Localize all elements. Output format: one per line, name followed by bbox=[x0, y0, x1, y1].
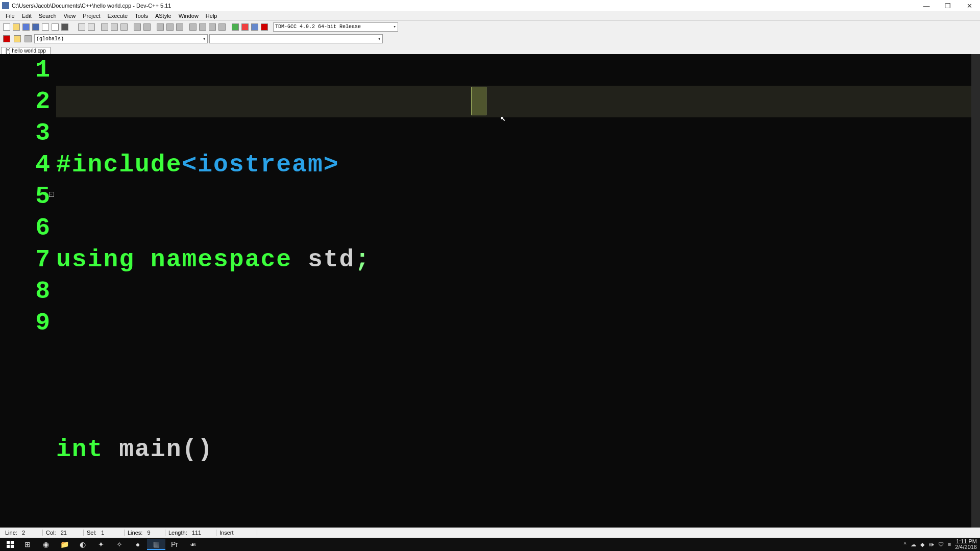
line-number-gutter: 123456789 bbox=[0, 54, 56, 528]
keyword: namespace bbox=[151, 246, 292, 273]
menu-window[interactable]: Window bbox=[175, 13, 202, 19]
menu-execute[interactable]: Execute bbox=[104, 13, 131, 19]
menu-search[interactable]: Search bbox=[35, 13, 60, 19]
compiler-select[interactable]: TDM-GCC 4.9.2 64-bit Release▾ bbox=[273, 22, 398, 32]
tray-icon-2[interactable]: ◆ bbox=[920, 541, 924, 548]
close-all-icon[interactable] bbox=[51, 22, 60, 32]
new-file-icon[interactable] bbox=[2, 22, 11, 32]
chart-icon[interactable] bbox=[250, 22, 259, 32]
menu-project[interactable]: Project bbox=[79, 13, 104, 19]
menu-file[interactable]: File bbox=[2, 13, 18, 19]
app-icon-1[interactable]: ✦ bbox=[92, 539, 110, 550]
function-select[interactable]: ▾ bbox=[209, 34, 383, 43]
grid3-icon[interactable] bbox=[208, 22, 217, 32]
file-tabbar: [*] hello world.cpp bbox=[0, 45, 980, 54]
svg-rect-0 bbox=[7, 541, 10, 544]
line-number: 4 bbox=[0, 149, 51, 181]
fold-marker-icon[interactable]: - bbox=[49, 192, 54, 197]
system-tray: ^☁◆🕪🛡≡ 1:11 PM 2/4/2016 bbox=[904, 539, 978, 550]
debug-icon[interactable] bbox=[260, 22, 269, 32]
x-icon[interactable] bbox=[240, 22, 250, 32]
explorer-icon[interactable]: 📁 bbox=[55, 539, 74, 550]
status-sel: Sel: 1 bbox=[84, 530, 125, 536]
tray-icon-3[interactable]: 🕪 bbox=[928, 541, 934, 548]
line-number: 7 bbox=[0, 244, 51, 276]
svg-rect-3 bbox=[11, 545, 14, 548]
grid1-icon[interactable] bbox=[188, 22, 198, 32]
undo-icon[interactable] bbox=[77, 22, 86, 32]
text-cursor bbox=[471, 87, 486, 115]
titlebar: C:\Users\Jacob\Documents\C++\hello world… bbox=[0, 0, 980, 11]
status-col: Col: 21 bbox=[43, 530, 84, 536]
tray-icon-1[interactable]: ☁ bbox=[911, 541, 916, 548]
menu-edit[interactable]: Edit bbox=[18, 13, 35, 19]
line-number: 3 bbox=[0, 117, 51, 149]
devcpp-icon[interactable]: ▦ bbox=[147, 539, 165, 550]
preprocessor: #include bbox=[56, 151, 182, 179]
tray-icon-0[interactable]: ^ bbox=[904, 541, 906, 548]
menubar: FileEditSearchViewProjectExecuteToolsASt… bbox=[0, 11, 980, 20]
chrome-icon[interactable]: ◉ bbox=[37, 539, 55, 550]
grid2-icon[interactable] bbox=[198, 22, 207, 32]
back-icon[interactable] bbox=[156, 22, 165, 32]
mouse-cursor-icon: ↖ bbox=[500, 103, 507, 134]
app-icon-2[interactable]: ✧ bbox=[110, 539, 129, 550]
window-title: C:\Users\Jacob\Documents\C++\hello world… bbox=[12, 3, 916, 9]
include-header: <iostream> bbox=[182, 151, 339, 179]
find-in-files-icon[interactable] bbox=[119, 22, 129, 32]
goto-bookmark-icon[interactable] bbox=[142, 22, 152, 32]
status-line: Line: 2 bbox=[2, 530, 43, 536]
find-icon[interactable] bbox=[100, 22, 109, 32]
menu-help[interactable]: Help bbox=[202, 13, 221, 19]
app-icon-4[interactable]: ☙ bbox=[184, 539, 202, 550]
start-button[interactable] bbox=[2, 539, 18, 550]
task-view-icon[interactable]: ⊞ bbox=[18, 539, 37, 550]
toggle-bookmark-icon[interactable] bbox=[133, 22, 142, 32]
menu-view[interactable]: View bbox=[60, 13, 80, 19]
window-controls: — ❐ ✕ bbox=[916, 0, 980, 11]
close-button[interactable]: ✕ bbox=[959, 0, 980, 11]
grid4-icon[interactable] bbox=[217, 22, 227, 32]
windows-taskbar: ⊞◉📁◐✦✧●▦Pr☙ ^☁◆🕪🛡≡ 1:11 PM 2/4/2016 bbox=[0, 538, 980, 551]
app-icon bbox=[2, 2, 9, 9]
identifier: main() bbox=[119, 436, 213, 463]
code-editor[interactable]: 123456789 #include<iostream> using names… bbox=[0, 54, 980, 528]
stop-icon[interactable] bbox=[175, 22, 184, 32]
forward-icon[interactable] bbox=[165, 22, 175, 32]
status-mode: Insert bbox=[216, 530, 257, 536]
toolbar-class-browser: (globals)▾▾ bbox=[0, 33, 980, 45]
minimize-button[interactable]: — bbox=[916, 0, 937, 11]
save-all-icon[interactable] bbox=[31, 22, 40, 32]
premiere-icon[interactable]: Pr bbox=[165, 539, 184, 550]
save-icon[interactable] bbox=[21, 22, 31, 32]
menu-astyle[interactable]: AStyle bbox=[152, 13, 175, 19]
status-length: Length: 111 bbox=[165, 530, 216, 536]
check-icon[interactable] bbox=[231, 22, 240, 32]
file-tab[interactable]: [*] hello world.cpp bbox=[1, 47, 51, 54]
vertical-scrollbar[interactable] bbox=[971, 54, 980, 528]
replace-icon[interactable] bbox=[110, 22, 119, 32]
svg-rect-2 bbox=[7, 545, 10, 548]
steam-icon[interactable]: ◐ bbox=[74, 539, 92, 550]
line-number: 2 bbox=[0, 86, 51, 117]
semicolon: ; bbox=[355, 246, 371, 273]
statusbar: Line: 2 Col: 21 Sel: 1 Lines: 9 Length: … bbox=[0, 528, 980, 538]
tray-icon-5[interactable]: ≡ bbox=[948, 541, 951, 548]
code-area[interactable]: #include<iostream> using namespace std; … bbox=[56, 54, 980, 528]
print-icon[interactable] bbox=[60, 22, 69, 32]
line-number: 9 bbox=[0, 307, 51, 339]
clock[interactable]: 1:11 PM 2/4/2016 bbox=[955, 539, 978, 550]
classes-panel-icon[interactable] bbox=[23, 34, 33, 43]
open-file-icon[interactable] bbox=[12, 22, 21, 32]
line-number: 5 bbox=[0, 181, 51, 212]
menu-tools[interactable]: Tools bbox=[131, 13, 152, 19]
maximize-button[interactable]: ❐ bbox=[937, 0, 959, 11]
close-icon[interactable] bbox=[41, 22, 50, 32]
current-line-highlight bbox=[56, 86, 980, 117]
redo-icon[interactable] bbox=[87, 22, 96, 32]
class-scope-select[interactable]: (globals)▾ bbox=[34, 34, 208, 43]
app-icon-3[interactable]: ● bbox=[129, 539, 147, 550]
project-panel-icon[interactable] bbox=[13, 34, 22, 43]
tray-icon-4[interactable]: 🛡 bbox=[938, 541, 944, 548]
debug-panel-icon[interactable] bbox=[2, 34, 11, 43]
